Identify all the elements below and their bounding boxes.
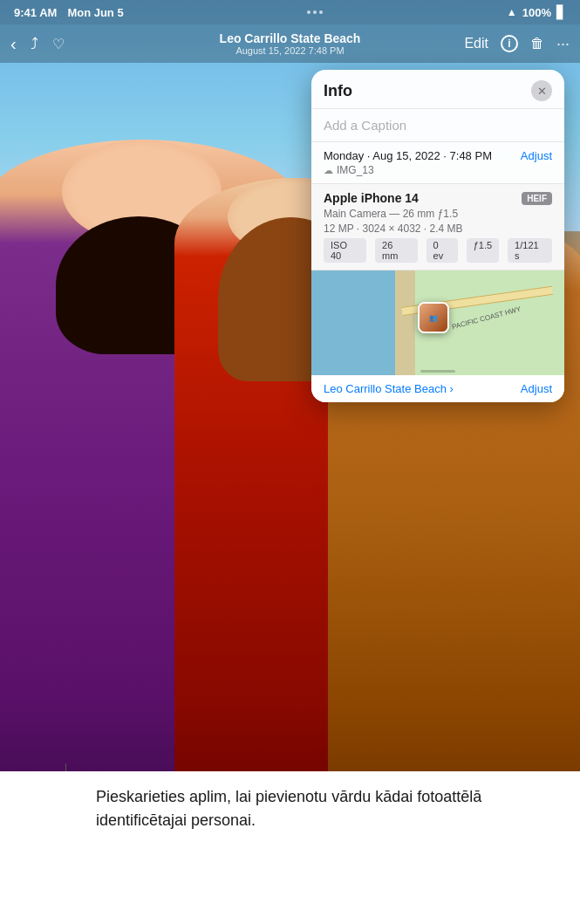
map-photo-pin[interactable]: 👥	[418, 302, 449, 333]
nav-subtitle: August 15, 2022 7:48 PM	[220, 45, 361, 56]
delete-button[interactable]: 🗑	[530, 36, 544, 51]
camera-specs: ISO 40 26 mm 0 ev ƒ1.5 1/121 s	[324, 238, 552, 263]
nav-left: ‹ ⤴ ♡	[10, 34, 65, 54]
callout-text: Pieskarieties aplim, lai pievienotu vārd…	[96, 785, 493, 832]
filename-text: IMG_13	[337, 164, 374, 176]
nav-right: Edit i 🗑 ···	[464, 35, 570, 53]
status-icons: ▲ 100% ▋	[507, 5, 566, 19]
spec-ev: 0 ev	[426, 238, 458, 263]
cloud-icon: ☁	[324, 165, 333, 176]
scroll-handle	[420, 370, 455, 373]
location-name: Leo Carrillo State Beach ›	[324, 382, 454, 395]
trash-icon: 🗑	[530, 36, 544, 51]
info-icon: i	[501, 35, 518, 52]
camera-section: Apple iPhone 14 HEIF Main Camera — 26 mm…	[311, 184, 564, 270]
info-panel-header: Info ✕	[311, 70, 564, 109]
heart-icon: ♡	[52, 36, 65, 52]
info-panel: Info ✕ Add a Caption Monday · Aug 15, 20…	[311, 70, 564, 402]
info-close-button[interactable]: ✕	[531, 80, 552, 101]
filename-row: ☁ IMG_13	[324, 164, 521, 176]
date-display: Mon Jun 5	[67, 6, 123, 19]
heart-button[interactable]: ♡	[52, 36, 65, 52]
share-button[interactable]: ⤴	[31, 35, 38, 53]
adjust-date-button[interactable]: Adjust	[521, 149, 552, 162]
format-badge: HEIF	[522, 192, 552, 205]
share-icon: ⤴	[31, 35, 38, 53]
nav-title: Leo Carrillo State Beach	[220, 31, 361, 46]
camera-indicator	[307, 10, 323, 14]
callout-text-area: Pieskarieties aplim, lai pievienotu vārd…	[0, 771, 580, 924]
camera-model: Apple iPhone 14	[324, 191, 419, 205]
spec-aperture: ƒ1.5	[467, 238, 499, 263]
map-footer: Leo Carrillo State Beach › Adjust	[311, 375, 564, 402]
battery-display: 100%	[522, 6, 551, 19]
spec-mm: 26 mm	[375, 238, 418, 263]
photo-date: Monday · Aug 15, 2022 · 7:48 PM	[324, 149, 521, 162]
nav-center: Leo Carrillo State Beach August 15, 2022…	[220, 31, 361, 57]
spec-shutter: 1/121 s	[508, 238, 552, 263]
camera-row: Apple iPhone 14 HEIF	[324, 191, 552, 205]
map-view[interactable]: PACIFIC COAST HWY 👥	[311, 270, 564, 375]
nav-bar: ‹ ⤴ ♡ Leo Carrillo State Beach August 15…	[0, 24, 580, 63]
map-coast	[395, 270, 415, 375]
status-bar: 9:41 AM Mon Jun 5 ▲ 100% ▋	[0, 0, 580, 24]
adjust-location-button[interactable]: Adjust	[521, 382, 552, 395]
camera-specs-line: 12 MP · 3024 × 4032 · 2.4 MB	[324, 222, 552, 235]
location-link[interactable]: Leo Carrillo State Beach ›	[324, 382, 454, 395]
more-button[interactable]: ···	[556, 35, 570, 53]
edit-button[interactable]: Edit	[464, 36, 488, 51]
caption-input[interactable]: Add a Caption	[311, 109, 564, 142]
camera-details: Main Camera — 26 mm ƒ1.5	[324, 208, 552, 220]
back-icon: ‹	[10, 34, 17, 54]
spec-iso: ISO 40	[324, 238, 366, 263]
info-button[interactable]: i	[501, 35, 518, 52]
info-panel-title: Info	[324, 82, 352, 100]
status-time: 9:41 AM Mon Jun 5	[14, 6, 124, 19]
wifi-icon: ▲	[507, 6, 517, 18]
caption-placeholder: Add a Caption	[324, 118, 406, 133]
map-pin-photo: 👥	[420, 304, 447, 332]
time-display: 9:41 AM	[14, 6, 57, 19]
date-section: Monday · Aug 15, 2022 · 7:48 PM ☁ IMG_13…	[311, 142, 564, 184]
battery-icon: ▋	[556, 5, 566, 19]
back-button[interactable]: ‹	[10, 34, 17, 54]
map-section: PACIFIC COAST HWY 👥 Leo Carrillo State B…	[311, 270, 564, 402]
more-icon: ···	[556, 35, 570, 53]
